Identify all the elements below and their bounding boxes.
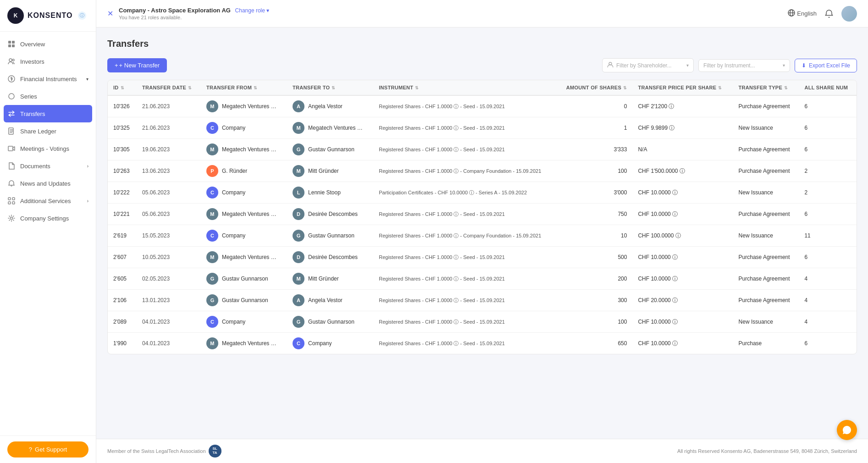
sidebar-item-share-ledger[interactable]: Share Ledger xyxy=(0,122,96,140)
cell-date: 21.06.2023 xyxy=(137,95,201,117)
table-row[interactable]: 2'619 15.05.2023 C Company G Gustav Gunn… xyxy=(108,225,857,247)
from-avatar: M xyxy=(206,100,218,112)
cell-id: 2'619 xyxy=(108,225,137,247)
export-label: Export Excel File xyxy=(809,62,850,69)
sidebar-nav: Overview Investors Financial Instruments… xyxy=(0,32,96,435)
sidebar-item-investors[interactable]: Investors xyxy=(0,53,96,70)
sidebar-item-transfers[interactable]: Transfers xyxy=(4,105,92,122)
cell-id: 10'305 xyxy=(108,139,137,160)
sort-icon-date[interactable]: ⇅ xyxy=(188,86,192,90)
sidebar-item-overview[interactable]: Overview xyxy=(0,35,96,53)
to-name: Mitt Gründer xyxy=(308,168,339,174)
new-transfer-button[interactable]: + + New Transfer xyxy=(107,58,167,72)
cell-amount: 650 xyxy=(557,333,633,354)
filter-group: Filter by Shareholder... ▾ Filter by Ins… xyxy=(602,58,857,72)
table-row[interactable]: 10'305 19.06.2023 M Megatech Ventures L.… xyxy=(108,139,857,160)
to-name: Megatech Ventures L... xyxy=(308,125,363,131)
svg-point-5 xyxy=(12,59,14,61)
support-button[interactable]: ? Get Support xyxy=(7,441,88,457)
cell-instrument: Registered Shares - CHF 1.0000 ⓘ - Seed … xyxy=(373,311,557,333)
sidebar-item-financial-instruments[interactable]: Financial Instruments ▾ xyxy=(0,70,96,88)
cell-price: CHF 20.0000 ⓘ xyxy=(632,290,733,311)
sidebar-item-label: Additional Services xyxy=(20,198,71,204)
sidebar-item-meetings-votings[interactable]: Meetings - Votings xyxy=(0,140,96,157)
cell-share-num: 6 xyxy=(799,139,857,160)
to-avatar: G xyxy=(293,316,304,328)
sort-icon-type[interactable]: ⇅ xyxy=(784,86,788,90)
table-header-row: ID⇅ Transfer Date⇅ Transfer From⇅ Transf… xyxy=(108,80,857,95)
table-row[interactable]: 2'106 13.01.2023 G Gustav Gunnarson A An… xyxy=(108,290,857,311)
sort-icon-instrument[interactable]: ⇅ xyxy=(415,86,419,90)
sidebar-item-documents[interactable]: Documents › xyxy=(0,157,96,175)
to-name: Desirée Descombes xyxy=(308,254,358,260)
table-row[interactable]: 2'605 02.05.2023 G Gustav Gunnarson M Mi… xyxy=(108,268,857,290)
sort-icon-to[interactable]: ⇅ xyxy=(332,86,335,90)
cell-type: New Issuance xyxy=(733,311,799,333)
sort-icon-price[interactable]: ⇅ xyxy=(718,86,722,90)
sort-icon-amount[interactable]: ⇅ xyxy=(623,86,627,90)
cell-price: CHF 10.0000 ⓘ xyxy=(632,333,733,354)
cell-from: G Gustav Gunnarson xyxy=(201,290,287,311)
change-role-button[interactable]: Change role ▾ xyxy=(235,7,270,14)
cell-to: A Angela Vestor xyxy=(287,290,373,311)
table-row[interactable]: 10'263 13.06.2023 P G. Ründer M Mitt Grü… xyxy=(108,160,857,182)
sidebar-item-label: Documents xyxy=(20,163,50,170)
table-row[interactable]: 10'222 05.06.2023 C Company L Lennie Sto… xyxy=(108,182,857,204)
filter-shareholder[interactable]: Filter by Shareholder... ▾ xyxy=(602,58,694,72)
table-row[interactable]: 10'326 21.06.2023 M Megatech Ventures L.… xyxy=(108,95,857,117)
sort-icon-id[interactable]: ⇅ xyxy=(121,86,124,90)
cell-to: A Angela Vestor xyxy=(287,95,373,117)
table-row[interactable]: 2'089 04.01.2023 C Company G Gustav Gunn… xyxy=(108,311,857,333)
chevron-down-icon: ▾ xyxy=(86,77,88,82)
cell-id: 10'326 xyxy=(108,95,137,117)
to-avatar: M xyxy=(293,122,304,134)
sidebar-item-series[interactable]: Series xyxy=(0,88,96,105)
cell-id: 10'263 xyxy=(108,160,137,182)
support-label: Get Support xyxy=(35,446,67,453)
cell-date: 10.05.2023 xyxy=(137,247,201,268)
cell-type: Purchase Agreement xyxy=(733,139,799,160)
plus-icon: + xyxy=(115,62,118,69)
cell-from: C Company xyxy=(201,311,287,333)
from-avatar: C xyxy=(206,230,218,242)
cell-id: 2'607 xyxy=(108,247,137,268)
from-name: Company xyxy=(222,125,245,131)
col-transfer-to: Transfer To⇅ xyxy=(287,80,373,95)
book-icon xyxy=(7,127,16,135)
cell-date: 13.06.2023 xyxy=(137,160,201,182)
chevron-right-icon: › xyxy=(87,164,88,169)
cell-amount: 3'000 xyxy=(557,182,633,204)
cell-share-num: 11 xyxy=(799,225,857,247)
content-area: Transfers + + New Transfer Filter by Sha… xyxy=(96,28,868,439)
from-avatar: G xyxy=(206,273,218,285)
user-avatar[interactable] xyxy=(841,6,857,22)
to-name: Gustav Gunnarson xyxy=(308,146,354,153)
to-name: Mitt Gründer xyxy=(308,276,339,282)
table-row[interactable]: 10'325 21.06.2023 C Company M Megatech V… xyxy=(108,117,857,139)
from-avatar: C xyxy=(206,187,218,198)
sort-icon-from[interactable]: ⇅ xyxy=(254,86,257,90)
sidebar-item-news-updates[interactable]: News and Updates xyxy=(0,175,96,192)
sidebar-item-label: Transfers xyxy=(20,110,45,117)
cell-date: 15.05.2023 xyxy=(137,225,201,247)
to-avatar: M xyxy=(293,165,304,177)
language-selector[interactable]: English xyxy=(788,9,817,18)
cell-amount: 1 xyxy=(557,117,633,139)
cell-date: 05.06.2023 xyxy=(137,182,201,204)
cell-amount: 750 xyxy=(557,204,633,225)
to-name: Gustav Gunnarson xyxy=(308,319,354,325)
cell-type: Purchase Agreement xyxy=(733,290,799,311)
chat-button[interactable] xyxy=(837,420,857,440)
table-row[interactable]: 2'607 10.05.2023 M Megatech Ventures L..… xyxy=(108,247,857,268)
cell-price: CHF 9.9899 ⓘ xyxy=(632,117,733,139)
filter-instrument[interactable]: Filter by Instrument... ▾ xyxy=(698,59,790,72)
table-row[interactable]: 10'221 05.06.2023 M Megatech Ventures L.… xyxy=(108,204,857,225)
export-button[interactable]: ⬇ Export Excel File xyxy=(795,59,857,72)
sidebar-item-additional-services[interactable]: Additional Services › xyxy=(0,192,96,209)
header: ✕ Company - Astro Space Exploration AG C… xyxy=(96,0,868,28)
sidebar-item-company-settings[interactable]: Company Settings xyxy=(0,209,96,227)
cell-share-num: 4 xyxy=(799,268,857,290)
cell-to: G Gustav Gunnarson xyxy=(287,139,373,160)
table-row[interactable]: 1'990 04.01.2023 M Megatech Ventures L..… xyxy=(108,333,857,354)
notification-bell[interactable] xyxy=(824,9,834,19)
